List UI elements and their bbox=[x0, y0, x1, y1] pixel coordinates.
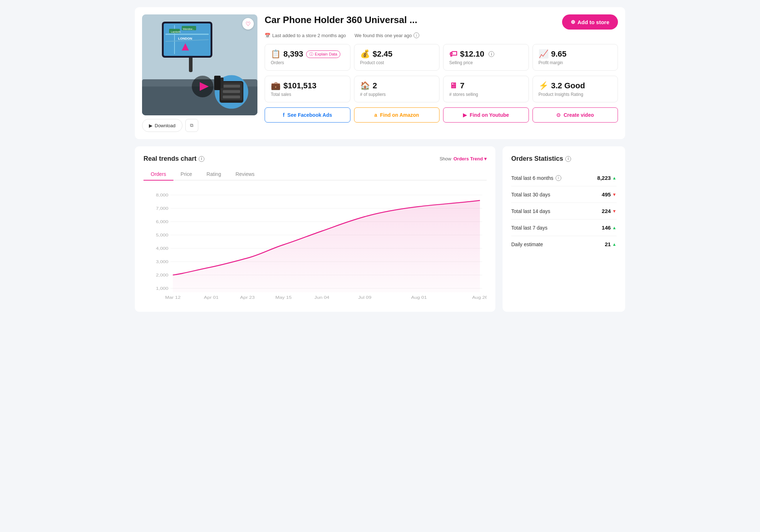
product-image-box: Lambeth Wandsw... LONDON bbox=[142, 14, 257, 115]
download-button[interactable]: ▶ Download bbox=[142, 119, 182, 132]
daily-number: 21 bbox=[605, 241, 611, 247]
amazon-button[interactable]: a Find on Amazon bbox=[354, 107, 440, 123]
30days-label: Total last 30 days bbox=[511, 192, 550, 198]
cost-value: 💰 $2.45 bbox=[360, 49, 434, 59]
daily-label-text: Daily estimate bbox=[511, 241, 543, 247]
svg-text:4,000: 4,000 bbox=[156, 246, 168, 251]
facebook-icon: f bbox=[283, 112, 284, 118]
info-circle-icon: ⓘ bbox=[309, 52, 313, 57]
explain-label: Explain Data bbox=[315, 52, 337, 56]
margin-number: 9.65 bbox=[551, 49, 567, 59]
30days-value: 495 ▼ bbox=[602, 191, 617, 198]
video-label: Create video bbox=[564, 112, 594, 118]
price-icon: 🏷 bbox=[449, 49, 457, 59]
stores-label: # stores selling bbox=[449, 92, 523, 97]
youtube-button[interactable]: ▶ Find on Youtube bbox=[443, 107, 529, 123]
14days-label-text: Total last 14 days bbox=[511, 208, 550, 214]
product-info-column: Car Phone Holder 360 Universal ... ⊕ Add… bbox=[265, 14, 618, 132]
copy-icon: ⧉ bbox=[190, 123, 193, 128]
stat-row-14days: Total last 14 days 224 ▼ bbox=[511, 203, 617, 220]
youtube-label: Find on Youtube bbox=[470, 112, 509, 118]
svg-text:May 15: May 15 bbox=[275, 295, 292, 300]
14days-trend-down-icon: ▼ bbox=[612, 209, 617, 214]
svg-text:8,000: 8,000 bbox=[156, 193, 168, 197]
rating-label: Product Insights Rating bbox=[539, 92, 612, 97]
7days-value: 146 ▲ bbox=[602, 225, 617, 231]
svg-rect-24 bbox=[223, 96, 240, 98]
plus-circle-icon: ⊕ bbox=[571, 19, 575, 25]
show-label: Show bbox=[439, 156, 451, 161]
14days-value: 224 ▼ bbox=[602, 208, 617, 214]
svg-text:5,000: 5,000 bbox=[156, 233, 168, 237]
svg-rect-26 bbox=[221, 77, 224, 88]
6months-value: 8,223 ▲ bbox=[597, 175, 617, 181]
found-ago-text: We found this one year ago bbox=[355, 33, 412, 38]
svg-text:Apr 01: Apr 01 bbox=[204, 295, 219, 300]
orders-label: Orders bbox=[271, 60, 344, 65]
orders-trend-dropdown[interactable]: Orders Trend ▾ bbox=[454, 156, 487, 161]
image-actions: ▶ Download ⧉ bbox=[142, 119, 257, 132]
7days-trend-up-icon: ▲ bbox=[612, 225, 617, 230]
svg-text:7,000: 7,000 bbox=[156, 206, 168, 210]
svg-text:Lambeth: Lambeth bbox=[171, 31, 181, 33]
chart-show-control: Show Orders Trend ▾ bbox=[439, 156, 487, 161]
stat-card-orders: 📋 8,393 ⓘ Explain Data Orders bbox=[265, 44, 350, 71]
orders-stats-info-icon[interactable]: i bbox=[565, 156, 571, 162]
favorite-button[interactable]: ♡ bbox=[242, 18, 254, 30]
rating-icon: ⚡ bbox=[539, 81, 548, 90]
suppliers-icon: 🏠 bbox=[360, 81, 370, 90]
tab-price[interactable]: Price bbox=[173, 168, 199, 181]
price-number: $12.10 bbox=[460, 49, 484, 59]
stat-card-margin: 📈 9.65 Profit margin bbox=[533, 44, 618, 71]
6months-trend-up-icon: ▲ bbox=[612, 176, 617, 181]
svg-text:Wandsw...: Wandsw... bbox=[183, 28, 194, 30]
last-added-text: Last added to a store 2 months ago bbox=[272, 33, 346, 38]
found-ago-info-icon[interactable]: i bbox=[414, 32, 419, 38]
add-to-store-button[interactable]: ⊕ Add to store bbox=[562, 14, 618, 30]
stat-card-suppliers: 🏠 2 # of suppliers bbox=[354, 76, 440, 102]
tab-orders[interactable]: Orders bbox=[143, 168, 173, 181]
orders-value: 📋 8,393 ⓘ Explain Data bbox=[271, 49, 344, 59]
orders-stats-title: Orders Statistics i bbox=[511, 155, 617, 163]
suppliers-number: 2 bbox=[373, 81, 377, 90]
download-icon: ▶ bbox=[149, 123, 153, 128]
6months-info-icon[interactable]: i bbox=[556, 175, 561, 181]
chart-info-icon[interactable]: i bbox=[199, 156, 204, 162]
14days-number: 224 bbox=[602, 208, 611, 214]
stat-card-price: 🏷 $12.10 i Selling price bbox=[443, 44, 529, 71]
rating-value: ⚡ 3.2 Good bbox=[539, 81, 612, 90]
tab-rating[interactable]: Rating bbox=[199, 168, 228, 181]
svg-rect-22 bbox=[223, 85, 240, 88]
price-info-icon[interactable]: i bbox=[489, 51, 494, 57]
svg-text:Mar 12: Mar 12 bbox=[165, 295, 181, 300]
orders-stats-title-text: Orders Statistics bbox=[511, 155, 563, 163]
calendar-icon: 📅 bbox=[265, 33, 270, 38]
cost-number: $2.45 bbox=[373, 49, 393, 59]
product-image-column: Lambeth Wandsw... LONDON bbox=[142, 14, 257, 132]
product-title: Car Phone Holder 360 Universal ... bbox=[265, 14, 417, 26]
30days-number: 495 bbox=[602, 191, 611, 198]
facebook-ads-button[interactable]: f See Facebook Ads bbox=[265, 107, 350, 123]
chart-title: Real trends chart i bbox=[143, 155, 204, 163]
copy-button[interactable]: ⧉ bbox=[185, 119, 198, 132]
svg-text:3,000: 3,000 bbox=[156, 260, 168, 264]
stats-grid-row2: 💼 $101,513 Total sales 🏠 2 # of supplier… bbox=[265, 76, 618, 102]
stat-card-stores: 🖥 7 # stores selling bbox=[443, 76, 529, 102]
7days-number: 146 bbox=[602, 225, 611, 231]
sales-number: $101,513 bbox=[283, 81, 317, 90]
stat-row-7days: Total last 7 days 146 ▲ bbox=[511, 220, 617, 236]
price-label: Selling price bbox=[449, 60, 523, 65]
cost-label: Product cost bbox=[360, 60, 434, 65]
stat-row-6months: Total last 6 months i 8,223 ▲ bbox=[511, 170, 617, 186]
daily-trend-up-icon: ▲ bbox=[612, 242, 617, 247]
video-icon: ⊙ bbox=[556, 112, 561, 118]
6months-label: Total last 6 months i bbox=[511, 175, 561, 181]
sales-icon: 💼 bbox=[271, 81, 280, 90]
chart-title-text: Real trends chart bbox=[143, 155, 196, 163]
margin-value: 📈 9.65 bbox=[539, 49, 612, 59]
explain-data-badge[interactable]: ⓘ Explain Data bbox=[306, 50, 340, 58]
tab-reviews[interactable]: Reviews bbox=[228, 168, 262, 181]
youtube-icon: ▶ bbox=[463, 112, 467, 118]
create-video-button[interactable]: ⊙ Create video bbox=[533, 107, 618, 123]
orders-icon: 📋 bbox=[271, 49, 280, 59]
